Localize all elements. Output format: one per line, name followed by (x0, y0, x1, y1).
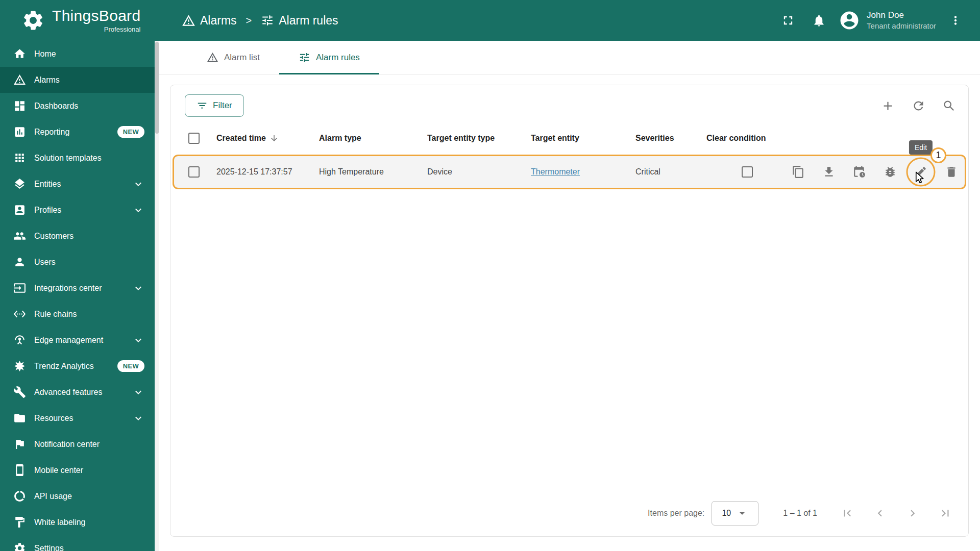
sidebar-item-alarms[interactable]: Alarms (0, 67, 155, 93)
delete-icon (945, 165, 958, 179)
sidebar-item-label: Profiles (34, 206, 61, 215)
chevron-left-button[interactable] (872, 506, 888, 521)
sidebar-scrollbar-thumb[interactable] (155, 42, 159, 134)
debug-button[interactable] (880, 162, 900, 182)
download-icon (822, 165, 836, 179)
search-icon (942, 99, 956, 113)
column-target-entity-type[interactable]: Target entity type (427, 134, 531, 143)
app-name: ThingsBoard (52, 8, 140, 23)
edit-icon (914, 165, 927, 179)
sidebar-item-edge-management[interactable]: Edge management (0, 327, 155, 353)
fullscreen-icon (781, 13, 795, 28)
sidebar-item-solution-templates[interactable]: Solution templates (0, 145, 155, 171)
notification-icon (13, 438, 26, 450)
column-severities[interactable]: Severities (635, 134, 706, 143)
warning-icon (182, 14, 195, 28)
sidebar-item-reporting[interactable]: ReportingNEW (0, 119, 155, 145)
page-size-value: 10 (722, 509, 731, 518)
tune-icon (261, 14, 274, 27)
user-name: John Doe (867, 10, 936, 21)
sidebar-item-label: Customers (34, 232, 74, 241)
sidebar-item-mobile-center[interactable]: Mobile center (0, 457, 155, 483)
sidebar-item-rule-chains[interactable]: Rule chains (0, 301, 155, 327)
sidebar-item-users[interactable]: Users (0, 249, 155, 275)
table-row[interactable]: 2025-12-15 17:37:57 High Temperature Dev… (174, 156, 965, 188)
sidebar-item-trendz-analytics[interactable]: Trendz AnalyticsNEW (0, 353, 155, 379)
last-page-icon (939, 507, 952, 520)
sidebar-item-home[interactable]: Home (0, 41, 155, 67)
notifications-button[interactable] (807, 9, 830, 32)
new-badge: NEW (117, 360, 144, 372)
sidebar-item-label: Mobile center (34, 466, 83, 475)
last-page-button[interactable] (938, 506, 953, 521)
chevron-down-icon (132, 282, 144, 294)
column-target-entity[interactable]: Target entity (531, 134, 635, 143)
top-bar: ThingsBoard Professional Alarms > Alarm … (0, 0, 980, 41)
user-avatar-button[interactable] (838, 9, 861, 32)
sidebar-scrollbar[interactable] (155, 41, 159, 551)
sidebar-item-white-labeling[interactable]: White labeling (0, 509, 155, 535)
tab-alarm-rules[interactable]: Alarm rules (279, 41, 379, 74)
integrations-icon (13, 282, 26, 294)
home-icon (13, 47, 26, 60)
target-entity-link[interactable]: Thermometer (531, 167, 580, 176)
select-all-checkbox[interactable] (188, 133, 200, 144)
breadcrumb: Alarms > Alarm rules (182, 14, 338, 28)
app-logo[interactable]: ThingsBoard Professional (0, 8, 159, 33)
sidebar-item-advanced-features[interactable]: Advanced features (0, 379, 155, 405)
warning-icon (207, 52, 218, 63)
add-button[interactable] (876, 94, 899, 117)
breadcrumb-alarms[interactable]: Alarms (182, 14, 237, 28)
sidebar-item-notification-center[interactable]: Notification center (0, 431, 155, 457)
step-badge: 1 (930, 147, 946, 163)
api-usage-icon (13, 490, 26, 503)
user-role: Tenant administrator (867, 21, 936, 31)
edit-tooltip: Edit (909, 140, 933, 155)
edit-button[interactable] (911, 162, 931, 182)
column-created-time[interactable]: Created time (216, 134, 266, 143)
chevron-down-icon (132, 334, 144, 346)
sidebar-item-integrations-center[interactable]: Integrations center (0, 275, 155, 301)
chevron-down-icon (132, 178, 144, 190)
main-content: Alarm list Alarm rules Filter (159, 41, 980, 551)
reporting-icon (13, 126, 26, 138)
column-clear-condition[interactable]: Clear condition (706, 134, 788, 143)
sidebar-item-resources[interactable]: Resources (0, 405, 155, 431)
more-menu-button[interactable] (944, 9, 967, 32)
delete-button[interactable] (941, 162, 962, 182)
sidebar-item-api-usage[interactable]: API usage (0, 483, 155, 509)
search-button[interactable] (938, 94, 960, 117)
sidebar-item-entities[interactable]: Entities (0, 171, 155, 197)
row-checkbox[interactable] (188, 166, 200, 178)
clear-condition-checkbox[interactable] (742, 166, 753, 178)
chevron-right-button[interactable] (905, 506, 920, 521)
sidebar: HomeAlarmsDashboardsReportingNEWSolution… (0, 41, 159, 551)
filter-button[interactable]: Filter (185, 94, 244, 117)
schedule-action (849, 162, 870, 182)
sidebar-item-label: Edge management (34, 336, 103, 345)
page-size-select[interactable]: 10 (712, 501, 758, 525)
sidebar-item-label: Users (34, 258, 56, 267)
sidebar-item-profiles[interactable]: Profiles (0, 197, 155, 223)
breadcrumb-alarm-rules[interactable]: Alarm rules (261, 14, 338, 28)
caret-down-icon (736, 507, 748, 519)
refresh-icon (912, 99, 925, 113)
sidebar-item-customers[interactable]: Customers (0, 223, 155, 249)
sidebar-item-dashboards[interactable]: Dashboards (0, 93, 155, 119)
schedule-button[interactable] (849, 162, 870, 182)
tab-alarm-list[interactable]: Alarm list (187, 41, 279, 74)
sidebar-item-label: White labeling (34, 518, 86, 527)
copy-action (788, 162, 808, 182)
download-button[interactable] (819, 162, 839, 182)
refresh-button[interactable] (907, 94, 929, 117)
copy-button[interactable] (788, 162, 808, 182)
fullscreen-button[interactable] (777, 9, 799, 32)
column-alarm-type[interactable]: Alarm type (319, 134, 427, 143)
items-per-page-label: Items per page: (648, 509, 704, 518)
sort-desc-icon[interactable] (270, 134, 279, 143)
sidebar-item-settings[interactable]: Settings (0, 535, 155, 551)
sidebar-item-label: Resources (34, 414, 73, 423)
thingsboard-logo-icon (21, 9, 45, 32)
first-page-button[interactable] (840, 506, 855, 521)
settings-icon (13, 542, 26, 551)
